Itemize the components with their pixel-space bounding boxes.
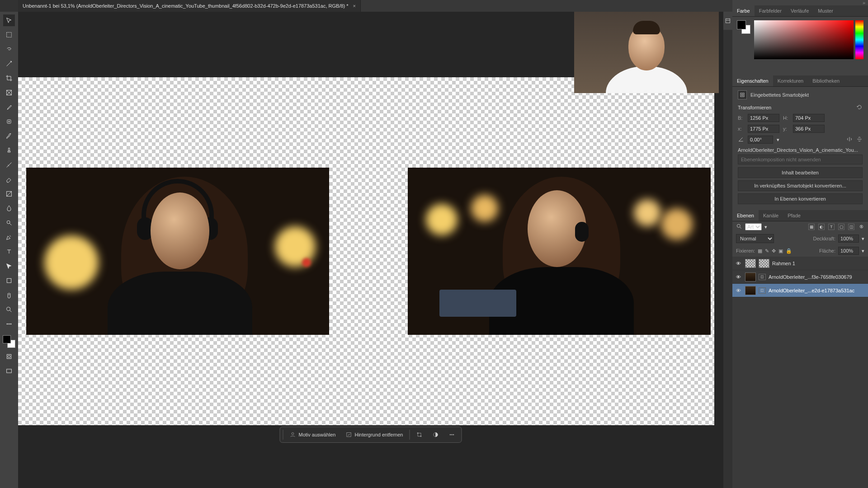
- layer-name[interactable]: ArnoldOberleiter_...e2d-e17873a531ac: [769, 288, 866, 293]
- collapse-chevron-icon[interactable]: »: [732, 0, 868, 5]
- pen-tool[interactable]: [3, 231, 15, 243]
- opacity-dropdown-icon[interactable]: ▾: [862, 236, 864, 242]
- heal-tool[interactable]: [3, 116, 15, 127]
- fill-field[interactable]: [838, 247, 859, 255]
- canvas-image-right[interactable]: [408, 168, 711, 335]
- zoom-tool[interactable]: [3, 304, 15, 315]
- visibility-icon[interactable]: 👁: [734, 261, 742, 266]
- filter-toggle-icon[interactable]: ⦿: [858, 224, 864, 230]
- svg-rect-15: [418, 433, 421, 436]
- canvas-image-left[interactable]: [26, 168, 329, 335]
- frame-tool[interactable]: [3, 87, 15, 99]
- tab-layers[interactable]: Ebenen: [732, 210, 759, 221]
- close-icon[interactable]: ×: [353, 3, 356, 9]
- move-tool[interactable]: [3, 14, 15, 26]
- hand-tool[interactable]: [3, 289, 15, 301]
- tab-swatches[interactable]: Farbfelder: [755, 5, 786, 16]
- stamp-tool[interactable]: [3, 145, 15, 156]
- document-tab[interactable]: Unbenannt-1 bei 53,1% (ArnoldOberleiter_…: [18, 0, 361, 12]
- wand-tool[interactable]: [3, 58, 15, 70]
- gradient-tool[interactable]: [3, 188, 15, 200]
- layer-row[interactable]: 👁 ◫ ArnoldOberleiter_...f3e-7658fe030679: [732, 270, 868, 284]
- properties-panel: Eingebettetes Smartobjekt Transformieren…: [732, 87, 868, 210]
- tab-adjustments[interactable]: Korrekturen: [773, 75, 808, 86]
- smartobject-icon: [738, 90, 747, 99]
- opacity-field[interactable]: [838, 235, 859, 243]
- tab-paths[interactable]: Pfade: [783, 210, 805, 221]
- lock-transparent-icon[interactable]: ▦: [758, 248, 762, 254]
- y-field[interactable]: [793, 125, 825, 133]
- quickmask-tool[interactable]: [3, 351, 15, 362]
- tab-gradients[interactable]: Verläufe: [786, 5, 813, 16]
- layer-filter-select[interactable]: Art: [745, 223, 762, 230]
- object-type-label: Eingebettetes Smartobjekt: [750, 92, 809, 98]
- crop-tool[interactable]: [3, 72, 15, 84]
- reset-icon[interactable]: [856, 104, 863, 111]
- lock-all-icon[interactable]: 🔒: [786, 248, 792, 254]
- canvas-area[interactable]: Motiv auswählen Hintergrund entfernen: [18, 12, 723, 488]
- tab-channels[interactable]: Kanäle: [759, 210, 783, 221]
- brush-tool[interactable]: [3, 130, 15, 142]
- ctx-adjust-button[interactable]: [428, 429, 443, 441]
- color-ramp[interactable]: [754, 20, 863, 59]
- color-panel-swatch[interactable]: [737, 20, 750, 34]
- edit-contents-button[interactable]: Inhalt bearbeiten: [738, 167, 863, 178]
- width-label: B:: [738, 115, 744, 121]
- blend-mode-select[interactable]: Normal: [736, 234, 774, 243]
- lock-paint-icon[interactable]: ✎: [765, 248, 769, 254]
- history-brush-tool[interactable]: [3, 159, 15, 171]
- filter-pixel-icon[interactable]: ▦: [808, 224, 815, 230]
- tab-properties[interactable]: Eigenschaften: [732, 75, 773, 86]
- color-swatch[interactable]: [3, 335, 15, 348]
- layer-name[interactable]: Rahmen 1: [772, 261, 866, 266]
- screenmode-tool[interactable]: [3, 365, 15, 377]
- tab-libraries[interactable]: Bibliotheken: [808, 75, 844, 86]
- eraser-tool[interactable]: [3, 174, 15, 185]
- lock-position-icon[interactable]: ✥: [772, 248, 776, 254]
- convert-linked-button[interactable]: In verknüpftes Smartobjekt konvertieren.…: [738, 180, 863, 191]
- remove-background-button[interactable]: Hintergrund entfernen: [341, 429, 407, 441]
- dodge-tool[interactable]: [3, 217, 15, 229]
- angle-field[interactable]: [748, 136, 773, 144]
- lock-nest-icon[interactable]: ▣: [778, 248, 783, 254]
- select-subject-button[interactable]: Motiv auswählen: [285, 429, 340, 441]
- visibility-icon[interactable]: 👁: [734, 274, 742, 280]
- layer-name[interactable]: ArnoldOberleiter_...f3e-7658fe030679: [769, 274, 866, 280]
- ctx-more-button[interactable]: [444, 429, 459, 441]
- flip-h-icon[interactable]: [846, 136, 853, 143]
- collapsed-panel-strip[interactable]: [723, 12, 732, 30]
- lasso-tool[interactable]: [3, 43, 15, 55]
- x-field[interactable]: [748, 125, 779, 133]
- blur-tool[interactable]: [3, 202, 15, 214]
- layer-row[interactable]: 👁 Rahmen 1: [732, 257, 868, 270]
- filter-dropdown-icon[interactable]: ▾: [764, 224, 767, 230]
- marquee-tool[interactable]: [3, 29, 15, 41]
- tools-panel: [0, 12, 18, 488]
- filter-shape-icon[interactable]: ▢: [838, 224, 844, 230]
- svg-rect-12: [7, 369, 12, 373]
- angle-dropdown-icon[interactable]: ▾: [777, 137, 779, 143]
- tab-patterns[interactable]: Muster: [813, 5, 838, 16]
- filter-smart-icon[interactable]: ◫: [848, 224, 854, 230]
- contextual-task-bar: Motiv auswählen Hintergrund entfernen: [280, 427, 462, 443]
- tab-color[interactable]: Farbe: [732, 5, 755, 16]
- edit-toolbar[interactable]: [3, 318, 15, 330]
- shape-tool[interactable]: [3, 275, 15, 286]
- right-panel-stack: » Farbe Farbfelder Verläufe Muster Eigen…: [732, 0, 868, 488]
- type-tool[interactable]: [3, 246, 15, 258]
- fill-dropdown-icon[interactable]: ▾: [862, 248, 864, 254]
- eyedropper-tool[interactable]: [3, 101, 15, 113]
- path-tool[interactable]: [3, 260, 15, 272]
- search-icon[interactable]: [736, 223, 742, 230]
- flip-v-icon[interactable]: [856, 136, 863, 143]
- convert-layers-button[interactable]: In Ebenen konvertieren: [738, 193, 863, 204]
- filter-type-icon[interactable]: T: [828, 224, 835, 230]
- ctx-transform-button[interactable]: [411, 429, 427, 441]
- visibility-icon[interactable]: 👁: [734, 288, 742, 293]
- filter-adjust-icon[interactable]: ◐: [818, 224, 825, 230]
- layer-row[interactable]: 👁 ◫ ArnoldOberleiter_...e2d-e17873a531ac: [732, 284, 868, 297]
- width-field[interactable]: [748, 114, 779, 122]
- svg-point-7: [7, 324, 8, 324]
- height-field[interactable]: [793, 114, 825, 122]
- height-label: H:: [783, 115, 789, 121]
